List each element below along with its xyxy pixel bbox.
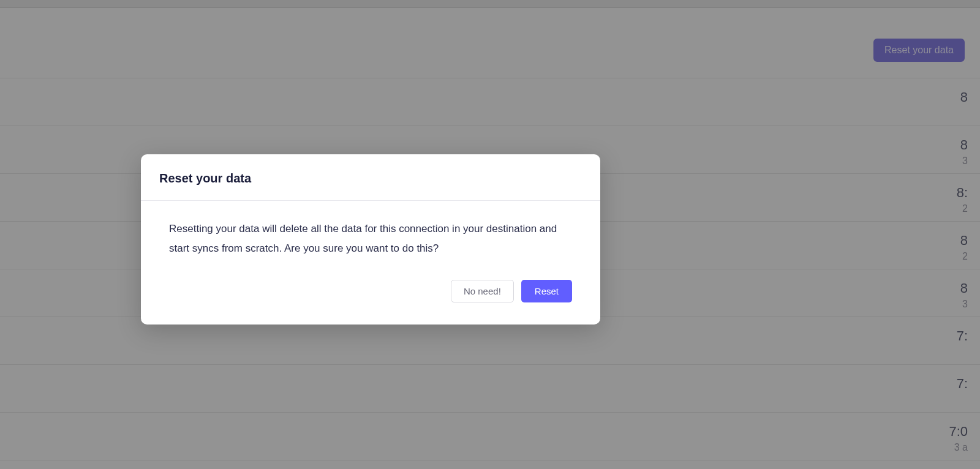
modal-header: Reset your data — [141, 154, 600, 201]
modal-overlay[interactable]: Reset your data Resetting your data will… — [0, 0, 980, 469]
modal-title: Reset your data — [159, 171, 582, 186]
cancel-button[interactable]: No need! — [451, 280, 514, 302]
modal-text: Resetting your data will delete all the … — [169, 219, 572, 259]
modal-footer: No need! Reset — [141, 270, 600, 325]
reset-data-modal: Reset your data Resetting your data will… — [141, 154, 600, 325]
modal-body: Resetting your data will delete all the … — [141, 201, 600, 270]
reset-confirm-button[interactable]: Reset — [521, 280, 572, 302]
